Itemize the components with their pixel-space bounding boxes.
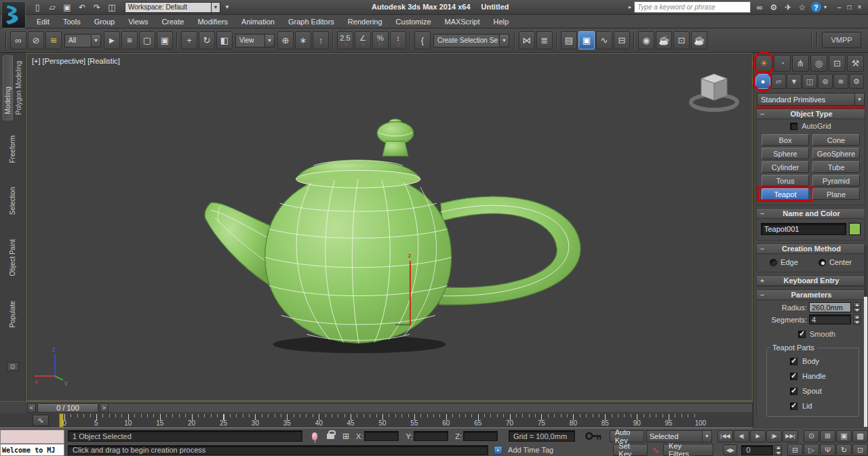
select-by-name-icon[interactable]: ≡	[121, 31, 138, 49]
align-icon[interactable]: ≣	[536, 31, 553, 49]
menu-tools[interactable]: Tools	[56, 15, 87, 28]
subtab-shapes[interactable]: ▱	[771, 74, 786, 89]
collapse-icon[interactable]: −	[757, 245, 768, 253]
object-color-swatch[interactable]	[849, 223, 861, 235]
schematic-view-icon[interactable]: ⊟	[614, 31, 630, 49]
time-tag-icon[interactable]: ▪	[494, 446, 503, 455]
orbit-icon[interactable]: ↻	[836, 444, 852, 456]
exchange-apps-icon[interactable]: ✈	[782, 2, 794, 13]
zoom-extents-selected-icon[interactable]: ▣	[836, 430, 852, 442]
menu-create[interactable]: Create	[155, 15, 191, 28]
add-time-tag[interactable]: Add Time Tag	[508, 446, 563, 454]
redo-icon[interactable]: ↷	[90, 1, 104, 14]
chevron-down-icon[interactable]: ▼	[264, 35, 274, 47]
object-type-header[interactable]: − Object Type	[757, 109, 865, 119]
name-color-header[interactable]: − Name and Color	[757, 209, 865, 219]
menu-edit[interactable]: Edit	[30, 15, 56, 28]
time-slider-handle[interactable]: 0 / 100	[37, 403, 98, 413]
next-frame-button[interactable]: >	[100, 403, 108, 413]
render-production-icon[interactable]: ☕	[691, 31, 707, 49]
segments-spinner[interactable]	[853, 314, 861, 325]
lid-checkbox[interactable]	[790, 402, 797, 410]
ribbon-tab-freeform[interactable]: Freeform	[9, 136, 16, 163]
selection-lock-icon[interactable]	[327, 434, 334, 439]
category-dropdown[interactable]: Standard Primitives ▼	[757, 93, 865, 106]
creation-method-header[interactable]: − Creation Method	[757, 244, 865, 254]
menu-graph-editors[interactable]: Graph Editors	[281, 15, 341, 28]
rendered-frame-window-icon[interactable]: ⊡	[673, 31, 690, 49]
ribbon-tab-object-paint[interactable]: Object Paint	[9, 239, 16, 276]
manage-workspaces-icon[interactable]: ◫	[105, 1, 119, 14]
segments-field[interactable]: 4	[809, 314, 851, 325]
tab-create[interactable]: ☀	[755, 55, 772, 72]
menu-views[interactable]: Views	[121, 15, 155, 28]
help-icon[interactable]: ?	[811, 2, 821, 12]
undo-icon[interactable]: ↶	[75, 1, 89, 14]
next-frame-button[interactable]: |▶	[766, 430, 782, 442]
new-file-icon[interactable]: ▯	[31, 1, 44, 14]
help-flyout-icon[interactable]: ▾	[824, 4, 827, 10]
material-editor-icon[interactable]: ◉	[638, 31, 654, 49]
percent-snap-toggle-icon[interactable]: %∩	[372, 31, 389, 49]
notification-balloon-icon[interactable]	[312, 432, 318, 440]
spinner-snap-toggle-icon[interactable]: ↕∩	[390, 31, 406, 49]
select-and-rotate-icon[interactable]: ↻	[199, 31, 215, 49]
toggle-scene-explorer-icon[interactable]: ▣	[578, 31, 595, 49]
teapot-button[interactable]: Teapot	[762, 188, 809, 200]
time-ruler[interactable]: 0510152025303540455055606570758085909510…	[64, 413, 701, 428]
teapot-object[interactable]	[26, 54, 752, 400]
absolute-offset-mode-icon[interactable]: ⊞	[342, 432, 349, 441]
selection-filter-dropdown[interactable]: All▼	[64, 34, 101, 47]
save-file-icon[interactable]: ▣	[60, 1, 74, 14]
smooth-checkbox[interactable]	[798, 331, 806, 338]
reference-coordinate-system-dropdown[interactable]: View▼	[235, 34, 275, 47]
subtab-helpers[interactable]: ⊚	[818, 74, 833, 89]
menu-rendering[interactable]: Rendering	[341, 15, 389, 28]
search-binoculars-icon[interactable]: ∞	[753, 2, 766, 13]
tab-display[interactable]: ⊡	[829, 55, 846, 72]
maximize-viewport-toggle-icon[interactable]: ▷	[804, 444, 819, 456]
angle-snap-toggle-icon[interactable]: ∠∩	[355, 31, 371, 49]
workspace-arrow-icon[interactable]: ▼	[212, 2, 220, 13]
cone-button[interactable]: Cone	[812, 134, 860, 146]
snaps-toggle-25-icon[interactable]: 2.5∩	[337, 31, 353, 49]
select-and-link-icon[interactable]: ∞	[10, 31, 26, 49]
tab-hierarchy[interactable]: ⋔	[792, 55, 809, 72]
rectangular-selection-region-icon[interactable]: ▢	[139, 31, 155, 49]
workspace-flyout-icon[interactable]: ▼	[224, 4, 230, 10]
plane-button[interactable]: Plane	[812, 188, 860, 200]
3dsmax-logo-icon[interactable]	[1, 1, 26, 28]
subtab-lights[interactable]: ▼	[787, 74, 802, 89]
collapse-icon[interactable]: −	[757, 291, 768, 299]
workspace-switcher[interactable]: Workspace: Default ▼ ▼	[125, 2, 230, 13]
viewcube[interactable]	[688, 68, 741, 113]
minimize-button[interactable]: –	[835, 3, 844, 12]
play-animation-button[interactable]: ▶	[750, 430, 766, 442]
sphere-button[interactable]: Sphere	[762, 148, 809, 159]
previous-frame-button[interactable]: ◀|	[734, 430, 749, 442]
close-button[interactable]: ×	[855, 3, 864, 12]
curve-editor-icon[interactable]: ∿	[596, 31, 612, 49]
scrollbar-thumb[interactable]	[864, 297, 867, 427]
perspective-viewport[interactable]: [+] [Perspective] [Realistic]	[26, 53, 753, 401]
go-to-start-button[interactable]: |◀◀	[717, 430, 733, 442]
subtab-systems[interactable]: ⚙	[849, 74, 864, 89]
zoom-all-icon[interactable]: ⊞	[820, 430, 835, 442]
pyramid-button[interactable]: Pyramid	[812, 175, 860, 186]
collapse-icon[interactable]: −	[757, 110, 768, 118]
box-button[interactable]: Box	[762, 134, 809, 146]
edit-named-selection-sets-icon[interactable]: {	[414, 31, 431, 49]
menu-customize[interactable]: Customize	[389, 15, 438, 28]
edge-radio[interactable]: Edge	[770, 258, 798, 266]
radius-spinner[interactable]	[853, 302, 861, 312]
set-keys-icon[interactable]	[585, 431, 603, 441]
object-name-field[interactable]: Teapot001	[761, 223, 846, 235]
panel-scrollbar[interactable]	[864, 245, 867, 427]
zoom-region-icon[interactable]: ⊡	[852, 444, 868, 456]
restore-button[interactable]: □	[845, 3, 854, 12]
use-pivot-point-center-icon[interactable]: ⊕	[277, 31, 294, 49]
radius-field[interactable]: 260,0mm	[809, 302, 851, 312]
keyboard-entry-header[interactable]: + Keyboard Entry	[757, 276, 865, 286]
subtab-geometry[interactable]: ●	[755, 74, 770, 89]
geosphere-button[interactable]: GeoSphere	[812, 148, 860, 159]
